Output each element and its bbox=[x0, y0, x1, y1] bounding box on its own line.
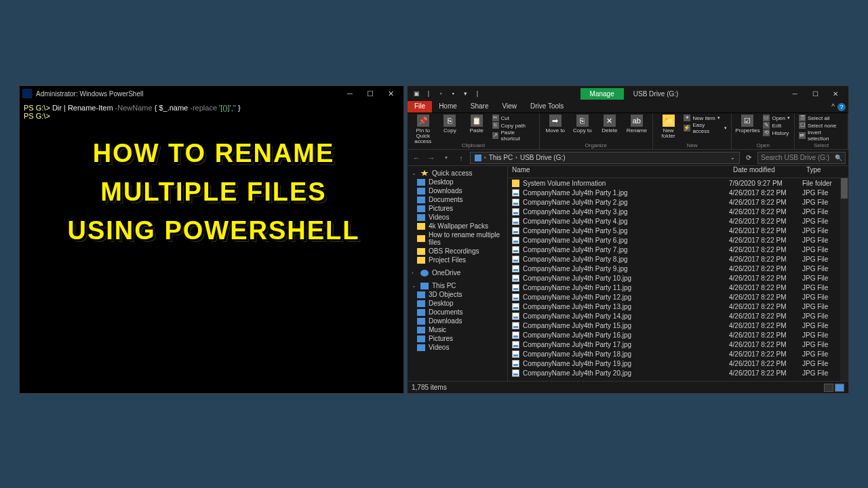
header-name[interactable]: Name bbox=[512, 166, 733, 178]
crumb-drive[interactable]: USB Drive (G:) bbox=[520, 154, 566, 161]
copy-button[interactable]: ⎘Copy bbox=[439, 115, 462, 134]
file-row[interactable]: CompanyName July4th Party 19.jpg4/26/201… bbox=[508, 359, 848, 368]
menu-drive-tools[interactable]: Drive Tools bbox=[524, 101, 570, 113]
sidebar-quick-access[interactable]: ⌄Quick access bbox=[408, 169, 507, 178]
pin-quick-access-button[interactable]: 📌Pin to Quick access bbox=[412, 115, 435, 144]
file-row[interactable]: CompanyName July4th Party 2.jpg4/26/2017… bbox=[508, 197, 848, 207]
open-button[interactable]: ▭Open▾ bbox=[763, 115, 790, 121]
paste-button[interactable]: 📋Paste bbox=[465, 115, 488, 134]
sidebar-item-documents2[interactable]: Documents bbox=[408, 308, 507, 317]
new-item-button[interactable]: ✦New item▾ bbox=[684, 115, 727, 121]
sidebar-item-downloads2[interactable]: Downloads bbox=[408, 317, 507, 325]
file-row[interactable]: CompanyName July4th Party 17.jpg4/26/201… bbox=[508, 340, 848, 349]
file-row[interactable]: CompanyName July4th Party 13.jpg4/26/201… bbox=[508, 302, 848, 311]
select-all-button[interactable]: ☰Select all bbox=[799, 115, 844, 121]
file-row[interactable]: CompanyName July4th Party 6.jpg4/26/2017… bbox=[508, 235, 848, 245]
file-row[interactable]: CompanyName July4th Party 20.jpg4/26/201… bbox=[508, 368, 848, 378]
properties-button[interactable]: ☑Properties bbox=[736, 115, 759, 134]
scrollbar-thumb[interactable] bbox=[841, 178, 848, 199]
sidebar-item-obs[interactable]: OBS Recordings bbox=[408, 247, 507, 256]
maximize-button[interactable]: ☐ bbox=[805, 90, 825, 98]
file-row[interactable]: CompanyName July4th Party 10.jpg4/26/201… bbox=[508, 273, 848, 283]
history-button[interactable]: ⟲History bbox=[763, 129, 790, 136]
folder-icon[interactable]: ▣ bbox=[410, 87, 422, 100]
view-icons-icon[interactable] bbox=[835, 384, 844, 392]
files-scrollbar[interactable] bbox=[840, 178, 848, 381]
view-details-icon[interactable] bbox=[824, 384, 833, 392]
new-folder-button[interactable]: 📁New folder bbox=[657, 115, 680, 139]
file-row[interactable]: CompanyName July4th Party 12.jpg4/26/201… bbox=[508, 292, 848, 302]
file-row[interactable]: CompanyName July4th Party 11.jpg4/26/201… bbox=[508, 283, 848, 292]
files-header[interactable]: Name Date modified Type bbox=[508, 166, 848, 178]
file-row[interactable]: CompanyName July4th Party 16.jpg4/26/201… bbox=[508, 330, 848, 340]
maximize-button[interactable]: ☐ bbox=[360, 89, 380, 98]
close-button[interactable]: ✕ bbox=[380, 89, 401, 98]
file-row[interactable]: CompanyName July4th Party 1.jpg4/26/2017… bbox=[508, 188, 848, 197]
sidebar-item-desktop2[interactable]: Desktop bbox=[408, 299, 507, 308]
powershell-body[interactable]: PS G:\> Dir | Rename-Item -NewName { $_.… bbox=[20, 101, 403, 123]
ribbon-collapse-icon[interactable]: ^ bbox=[831, 103, 835, 110]
file-row[interactable]: CompanyName July4th Party 8.jpg4/26/2017… bbox=[508, 254, 848, 264]
rename-button[interactable]: abRename bbox=[625, 115, 648, 134]
minimize-button[interactable]: ─ bbox=[785, 90, 805, 98]
sidebar-thispc[interactable]: ⌄This PC bbox=[408, 281, 507, 290]
file-row[interactable]: CompanyName July4th Party 14.jpg4/26/201… bbox=[508, 311, 848, 321]
select-none-button[interactable]: ☐Select none bbox=[799, 122, 844, 129]
sidebar-item-3dobjects[interactable]: 3D Objects bbox=[408, 290, 507, 299]
sidebar-item-wallpaper[interactable]: 4k Wallpaper Packs bbox=[408, 222, 507, 230]
file-row[interactable]: CompanyName July4th Party 4.jpg4/26/2017… bbox=[508, 216, 848, 226]
sidebar-item-pictures2[interactable]: Pictures bbox=[408, 334, 507, 343]
edit-button[interactable]: ✎Edit bbox=[763, 122, 790, 129]
crumb-thispc[interactable]: This PC bbox=[489, 154, 513, 161]
breadcrumb[interactable]: › This PC › USB Drive (G:) ⌄ bbox=[470, 152, 740, 164]
cut-button[interactable]: ✂Cut bbox=[492, 115, 535, 121]
file-row[interactable]: CompanyName July4th Party 15.jpg4/26/201… bbox=[508, 321, 848, 330]
explorer-sidebar[interactable]: ⌄Quick access Desktop Downloads Document… bbox=[408, 166, 508, 381]
file-row[interactable]: CompanyName July4th Party 3.jpg4/26/2017… bbox=[508, 207, 848, 216]
file-row[interactable]: CompanyName July4th Party 18.jpg4/26/201… bbox=[508, 349, 848, 359]
refresh-button[interactable]: ⟳ bbox=[743, 154, 755, 161]
sidebar-item-documents[interactable]: Documents bbox=[408, 195, 507, 204]
back-button[interactable]: ← bbox=[410, 154, 422, 162]
file-row[interactable]: CompanyName July4th Party 9.jpg4/26/2017… bbox=[508, 264, 848, 273]
sidebar-item-pictures[interactable]: Pictures bbox=[408, 204, 507, 213]
sidebar-item-music[interactable]: Music bbox=[408, 325, 507, 334]
forward-button[interactable]: → bbox=[425, 154, 437, 162]
invert-selection-button[interactable]: ⇄Invert selection bbox=[799, 129, 844, 142]
sidebar-item-project[interactable]: Project Files bbox=[408, 256, 507, 264]
file-row[interactable]: CompanyName July4th Party 5.jpg4/26/2017… bbox=[508, 226, 848, 235]
manage-tab[interactable]: Manage bbox=[580, 88, 624, 100]
sidebar-item-howto[interactable]: How to rename multiple files bbox=[408, 230, 507, 247]
sidebar-item-desktop[interactable]: Desktop bbox=[408, 178, 507, 186]
menu-file[interactable]: File bbox=[408, 101, 432, 113]
paste-shortcut-button[interactable]: ↗Paste shortcut bbox=[492, 129, 535, 142]
help-icon[interactable]: ? bbox=[837, 103, 846, 111]
crumb-dropdown[interactable]: ⌄ bbox=[730, 155, 735, 161]
qat-btn2[interactable]: ▪ bbox=[447, 87, 459, 100]
delete-button[interactable]: ✕Delete bbox=[598, 115, 621, 134]
easy-access-button[interactable]: ⚡Easy access▾ bbox=[684, 122, 727, 134]
file-row[interactable]: CompanyName July4th Party 7.jpg4/26/2017… bbox=[508, 245, 848, 254]
header-type[interactable]: Type bbox=[806, 166, 848, 178]
copy-to-button[interactable]: ⎘Copy to bbox=[571, 115, 594, 134]
menu-view[interactable]: View bbox=[496, 101, 524, 113]
recent-dropdown[interactable]: ▾ bbox=[440, 155, 452, 161]
files-list[interactable]: System Volume Information7/9/2020 9:27 P… bbox=[508, 178, 848, 381]
menu-home[interactable]: Home bbox=[432, 101, 464, 113]
file-row-folder[interactable]: System Volume Information7/9/2020 9:27 P… bbox=[508, 178, 848, 188]
sidebar-item-videos[interactable]: Videos bbox=[408, 213, 507, 222]
up-button[interactable]: ↑ bbox=[455, 154, 467, 162]
move-to-button[interactable]: ➡Move to bbox=[544, 115, 567, 134]
qat-btn[interactable]: ▫ bbox=[435, 87, 447, 100]
sidebar-onedrive[interactable]: ›OneDrive bbox=[408, 268, 507, 277]
search-icon[interactable]: 🔍 bbox=[835, 155, 842, 161]
header-date[interactable]: Date modified bbox=[733, 166, 806, 178]
sidebar-item-videos2[interactable]: Videos bbox=[408, 343, 507, 352]
qat-dropdown[interactable]: ▾ bbox=[459, 87, 471, 100]
minimize-button[interactable]: ─ bbox=[340, 89, 360, 98]
copy-path-button[interactable]: ⎘Copy path bbox=[492, 122, 535, 129]
sidebar-item-downloads[interactable]: Downloads bbox=[408, 186, 507, 195]
close-button[interactable]: ✕ bbox=[825, 90, 846, 98]
menu-share[interactable]: Share bbox=[464, 101, 496, 113]
powershell-titlebar[interactable]: Administrator: Windows PowerShell ─ ☐ ✕ bbox=[20, 86, 403, 101]
